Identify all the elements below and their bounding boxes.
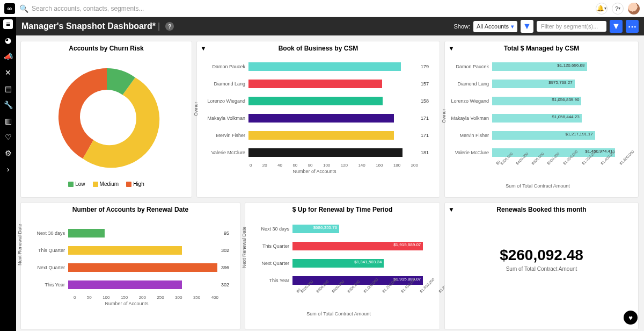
nav-wrench-icon[interactable]: 🔧 <box>3 100 13 110</box>
bar-value: 158 <box>421 98 429 104</box>
bar-row: Next Quarter$1,341,503.24 <box>248 256 429 270</box>
bar-category-label: Valerie McClure <box>448 150 492 155</box>
bar-value: $975,768.27 <box>548 80 573 85</box>
bar[interactable]: $1,915,889.07 <box>292 242 423 250</box>
nav-columns-icon[interactable]: ▤ <box>3 84 13 93</box>
card-title: Accounts by Churn Risk <box>21 41 192 53</box>
x-axis-label: Sum of Total Contract Amount <box>448 183 627 189</box>
bar[interactable] <box>248 62 401 71</box>
bar-row: Lorenzo Wiegand158 <box>200 94 429 108</box>
bar[interactable] <box>248 97 383 105</box>
y-axis-label: Next Renewal Date <box>17 224 23 265</box>
bar[interactable]: $1,341,503.24 <box>292 259 384 268</box>
dashboard-header: Manager's Snapshot Dashboard* | ? Show: … <box>16 17 644 35</box>
card-renewals-booked: ▼ Renewals Booked this month $260,092.48… <box>444 202 639 330</box>
bar[interactable]: $1,217,191.17 <box>492 131 595 140</box>
bar-row: Makayla Volkman$1,058,444.23 <box>448 111 627 125</box>
dashboard-grid: Accounts by Churn Risk Low Medium High ▼… <box>16 35 644 331</box>
bar-value: 171 <box>421 116 429 121</box>
nav-gear-icon[interactable]: ⚙ <box>3 148 13 158</box>
x-axis: 050100150200250300350400 <box>74 295 229 300</box>
global-search-input[interactable] <box>32 5 246 12</box>
more-menu-button[interactable]: ⋯ <box>626 20 639 33</box>
bar-category-label: Damon Paucek <box>448 64 492 69</box>
card-title: Total $ Managed by CSM <box>445 41 638 53</box>
accounts-dropdown[interactable]: All Accounts▾ <box>473 21 517 32</box>
feedback-button[interactable]: ♥ <box>624 311 638 325</box>
x-axis: 020406080100120140160180200 <box>250 163 429 168</box>
filter-button[interactable]: ▼ <box>521 20 533 33</box>
bar-category-label: Diamond Lang <box>200 81 248 87</box>
bar-value: 302 <box>221 248 229 253</box>
app-logo[interactable]: ∞ <box>4 3 15 14</box>
legend-low: Low <box>68 181 85 187</box>
search-icon: 🔍 <box>19 4 28 13</box>
bar-category-label: Makayla Volkman <box>448 116 492 121</box>
card-churn-risk: Accounts by Churn Risk Low Medium High <box>20 41 192 198</box>
bar-row: Mervin Fisher$1,217,191.17 <box>448 128 627 142</box>
bar[interactable] <box>248 131 394 140</box>
bar-value: 396 <box>221 265 229 270</box>
bar-category-label: Next 30 days <box>248 226 292 232</box>
bar-value: $1,450,974.41 <box>585 149 612 154</box>
y-axis-label: Owner <box>193 102 199 116</box>
bar-category-label: This Year <box>24 282 68 287</box>
bar[interactable]: $975,768.27 <box>492 80 575 88</box>
bar-row: Mervin Fisher171 <box>200 128 429 142</box>
bar-row: Diamond Lang157 <box>200 77 429 91</box>
filter-icon[interactable]: ▼ <box>200 45 207 52</box>
bar[interactable] <box>68 280 182 289</box>
notifications-icon[interactable]: 🔔▾ <box>596 3 608 15</box>
bar[interactable]: $1,056,839.90 <box>492 97 581 105</box>
nav-expand-icon[interactable]: › <box>3 164 13 174</box>
card-renewal-dollar: $ Up for Renewal by Time Period Next Ren… <box>245 202 440 330</box>
card-title: Book of Business by CSM <box>197 41 440 53</box>
filter-icon[interactable]: ▼ <box>448 206 455 213</box>
segment-filter-input[interactable]: Filter by segment(s)... <box>537 21 606 32</box>
bar[interactable]: $1,058,444.23 <box>492 114 582 123</box>
page-title: Manager's Snapshot Dashboard* <box>21 21 156 31</box>
bar-value: 95 <box>224 231 229 236</box>
bar[interactable]: $1,120,696.68 <box>492 62 587 71</box>
x-axis-label: Number of Accounts <box>24 301 229 306</box>
title-help-icon[interactable]: ? <box>165 22 174 31</box>
bar[interactable] <box>68 229 105 238</box>
bar-category-label: Next Quarter <box>248 261 292 266</box>
bar-category-label: Next 30 days <box>24 231 68 236</box>
help-icon[interactable]: ?▾ <box>612 3 624 15</box>
nav-megaphone-icon[interactable]: 📣 <box>3 52 13 61</box>
bar-category-label: Makayla Volkman <box>200 116 248 121</box>
nav-shuffle-icon[interactable]: ✕ <box>3 68 13 77</box>
bar-row: Next 30 days95 <box>24 226 229 240</box>
bar-value: $1,120,696.68 <box>557 63 584 68</box>
user-avatar[interactable] <box>628 3 640 15</box>
show-label: Show: <box>454 23 471 30</box>
bar-category-label: Diamond Lang <box>448 81 492 87</box>
bar-category-label: Mervin Fisher <box>448 133 492 138</box>
bar[interactable] <box>248 80 382 88</box>
card-title: $ Up for Renewal by Time Period <box>245 203 440 214</box>
bar[interactable] <box>248 148 402 157</box>
card-title: Renewals Booked this month <box>445 203 638 214</box>
bar[interactable]: $686,355.76 <box>292 225 339 233</box>
left-nav: ≡ ◕ 📣 ✕ ▤ 🔧 ▥ ♡ ⚙ › <box>0 17 16 331</box>
bar-value: $1,056,839.90 <box>552 97 579 102</box>
nav-heart-icon[interactable]: ♡ <box>3 132 13 142</box>
x-axis-label: Sum of Total Contract Amount <box>248 311 429 316</box>
bar[interactable] <box>248 114 394 123</box>
kpi-subtitle: Sum of Total Contract Amount <box>445 266 638 272</box>
bar-value: 171 <box>421 133 429 138</box>
bar[interactable] <box>68 246 182 255</box>
x-axis: $0$200,000$400,000$600,000$800,000$1,000… <box>495 163 627 182</box>
apply-filter-button[interactable]: ▼ <box>610 20 623 33</box>
filter-icon[interactable]: ▼ <box>448 45 455 52</box>
nav-list-icon[interactable]: ▥ <box>3 116 13 126</box>
x-axis: $0$200,000$400,000$600,000$800,000$1,000… <box>296 291 429 310</box>
bar-category-label: Next Quarter <box>24 265 68 270</box>
bar[interactable] <box>68 263 217 272</box>
nav-menu-icon[interactable]: ≡ <box>3 19 13 29</box>
bar-row: Damon Paucek179 <box>200 60 429 74</box>
nav-pie-icon[interactable]: ◕ <box>3 35 13 45</box>
bar-row: This Year302 <box>24 278 229 292</box>
bar-category-label: Valerie McClure <box>200 150 248 155</box>
